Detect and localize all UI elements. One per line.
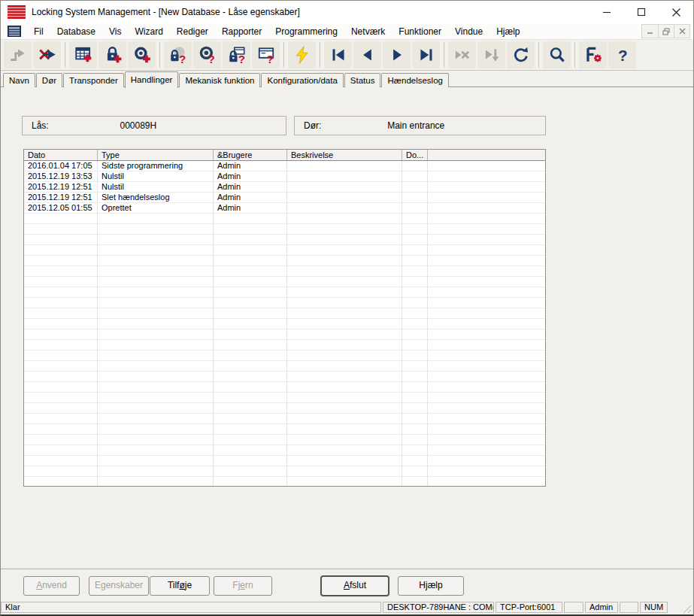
buttonbar: Anvend Egenskaber Tilføje Fjern Afslut H… [1,569,693,600]
next-record-icon [387,45,407,65]
table-cell [428,182,545,193]
goto-record-button[interactable] [477,41,505,68]
mdi-minimize-button[interactable] [642,25,658,38]
disconnect-button[interactable] [33,41,61,68]
maximize-button[interactable] [624,1,659,23]
tab-haendelseslog[interactable]: Hændelseslog [381,73,449,87]
menu-item-wizard[interactable]: Wizard [129,25,170,38]
egenskaber-button[interactable]: Egenskaber [89,576,149,596]
table-cell [287,193,402,203]
menu-item-netvaerk[interactable]: Netværk [344,25,392,38]
close-button[interactable] [659,1,693,23]
svg-text:?: ? [179,53,186,65]
help-icon: ? [613,45,632,65]
tab-konfiguration-data[interactable]: Konfiguration/data [261,73,343,87]
tab-handlinger[interactable]: Handlinger [125,71,179,88]
status-num-lock: NUM [640,602,668,613]
toolbar-separator [538,42,539,68]
goto-record-icon [482,45,502,65]
table-cell [402,193,428,203]
status-com-port: DESKTOP-789HANE : COM(*) [383,602,494,613]
table-cell [287,171,402,182]
table-row[interactable]: 2015.12.19 12:51NulstilAdmin [24,182,545,193]
table-row[interactable]: 2015.12.19 13:53NulstilAdmin [24,171,545,182]
tab-mekanisk-funktion[interactable]: Mekanisk funktion [179,73,260,87]
last-record-button[interactable] [412,41,440,68]
previous-record-button[interactable] [353,41,381,68]
menu-item-database[interactable]: Database [50,25,102,38]
menu-item-rediger[interactable]: Rediger [170,25,215,38]
new-transponder-button[interactable] [128,41,156,68]
close-icon [671,8,681,17]
toolbar-separator [320,42,320,68]
menu-item-programmering[interactable]: Programmering [268,25,344,38]
table-row[interactable]: 2016.01.04 17:05Sidste programmeringAdmi… [24,161,545,171]
menu-item-hjaelp[interactable]: Hjælp [489,25,526,38]
column-header-type[interactable]: Type [98,150,214,160]
status-spacer-1 [564,602,583,613]
resize-grip[interactable] [669,602,692,613]
tab-label: Handlinger [131,75,173,84]
tab-label: Konfiguration/data [267,76,337,85]
column-header-dato[interactable]: Dato [24,150,98,160]
menu-item-vindue[interactable]: Vindue [448,25,489,38]
table-row[interactable]: 2015.12.19 12:51Slet hændelseslogAdmin [24,193,545,203]
menu-item-funktioner[interactable]: Funktioner [392,25,448,38]
menu-item-fil[interactable]: Fil [27,25,50,38]
column-header-brugere[interactable]: &Brugere [214,150,287,160]
next-record-button[interactable] [383,41,411,68]
button-label: Fj [232,580,240,590]
tilfoje-button[interactable]: Tilføje [150,576,210,596]
table-cell: 2015.12.05 01:55 [24,203,98,214]
column-header-beskrivelse[interactable]: Beskrivelse [287,150,402,160]
new-locking-system-button[interactable] [69,41,97,68]
program-button[interactable] [288,41,316,68]
connect-button[interactable] [4,41,32,68]
button-label: Hjælp [419,580,442,590]
mdi-close-button[interactable] [674,25,689,38]
hjaelp-button[interactable]: Hjælp [398,576,464,596]
button-label: nvend [42,580,67,590]
search-button[interactable] [543,41,571,68]
minimize-button[interactable] [589,1,624,23]
column-header-do[interactable]: Do... [402,150,428,160]
button-label: rn [245,580,253,590]
button-label: fslut [350,580,366,590]
anvend-button[interactable]: Anvend [23,576,80,596]
tab-navn[interactable]: Navn [3,73,35,87]
read-transponder-button[interactable]: ? [193,41,221,68]
afslut-button[interactable]: Afslut [321,576,389,596]
table-row[interactable]: 2015.12.05 01:55OprettetAdmin [24,203,545,214]
first-record-button[interactable] [324,41,352,68]
mdi-restore-button[interactable] [658,25,674,38]
table-cell: Admin [214,203,287,214]
filter-settings-button[interactable] [579,41,607,68]
statusbar: Klar DESKTOP-789HANE : COM(*) TCP-Port:6… [1,600,693,614]
event-table-header: Dato Type &Brugere Beskrivelse Do... [23,149,546,161]
button-label: Egenskaber [95,580,143,590]
table-cell [428,203,545,214]
door-value: Main entrance [387,120,444,131]
refresh-button[interactable] [507,41,535,68]
menu-item-rapporter[interactable]: Rapporter [215,25,268,38]
read-window-button[interactable]: ? [252,41,280,68]
status-message: Klar [1,602,381,613]
column-header-extra[interactable] [428,150,545,160]
cancel-navigation-button[interactable] [448,41,476,68]
read-lock-data-icon: ? [227,45,247,65]
new-lock-button[interactable] [98,41,126,68]
button-label: A [36,580,42,590]
tabstrip: Navn Dør Transponder Handlinger Mekanisk… [1,71,693,87]
fjern-button[interactable]: Fjern [214,576,272,596]
tab-transponder[interactable]: Transponder [63,73,124,87]
tab-status[interactable]: Status [344,73,381,87]
help-button[interactable]: ? [608,41,636,68]
program-icon [292,45,312,65]
tab-doer[interactable]: Dør [36,73,62,87]
table-cell [428,193,545,203]
read-lock-button[interactable]: ? [164,41,192,68]
connect-icon [8,45,28,65]
menu-item-vis[interactable]: Vis [102,25,128,38]
read-lock-data-button[interactable]: ? [223,41,250,68]
table-cell: Admin [214,171,287,182]
